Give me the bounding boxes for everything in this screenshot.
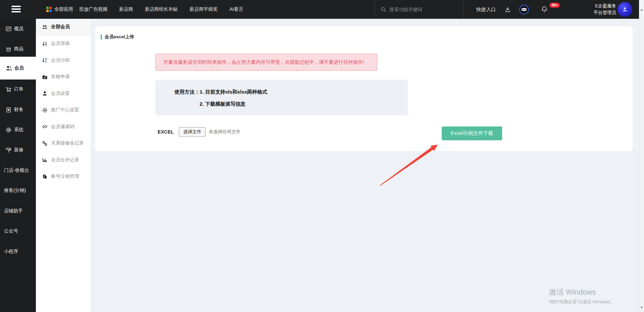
link-icon [42,141,48,146]
choose-file-button[interactable]: 选择文件 [179,127,206,137]
files-icon [42,174,48,179]
members-icon [5,65,12,71]
code-icon [42,124,48,129]
robot-assistant-icon[interactable] [519,0,529,19]
folder-check-icon [42,74,48,80]
quick-entry-button[interactable]: 快捷入口 [476,0,496,19]
sidebar-item-shop-assistant[interactable]: 店铺助手 [0,201,36,221]
nav-item-leader-subsidy[interactable]: 新店商组长补贴 [145,6,178,12]
sidebar-item-official-account[interactable]: 公众号 [0,221,36,241]
sidebar-item-label: 概况 [14,26,23,32]
orders-icon [5,86,12,93]
scrollbar-up-arrow-icon[interactable] [640,9,643,11]
submenu-item-merge-log[interactable]: 会员合并记录 [36,152,91,168]
sidebar-item-label: 小程序 [4,249,18,255]
sidebar-item-label: 店铺助手 [4,208,23,214]
watermark-title: 激活 Windows [549,287,614,297]
section-accent-bar [101,35,102,40]
sidebar-item-mini-program[interactable]: 小程序 [0,242,36,262]
gear-icon [42,107,48,113]
search-box [375,0,464,19]
submenu-item-label: 推广中心设置 [51,107,79,113]
usage-line-1: 使用方法：1. 目前支持xls和xlsx两种格式 [174,89,267,95]
submenu-item-label: 关系链修改记录 [51,140,84,146]
nav-item-peer-award[interactable]: 新店商平级奖 [190,6,218,12]
sidebar-item-label: 订单 [14,86,23,92]
submenu-item-label: 资格申请 [51,74,70,80]
search-icon [381,7,386,12]
nav-item-new-shop[interactable]: 新店商 [119,6,133,12]
usage-line-2: 2. 下载模板填写信息 [200,101,246,107]
account-info[interactable]: E企盈服务 平台管理员 [584,3,616,16]
excel-upload-row: EXCEL 选择文件 未选择任何文件 [158,127,240,137]
sort-alpha-icon: AZ [42,57,48,63]
all-apps-button[interactable]: 全部应用 [46,0,73,19]
system-gear-icon [5,127,12,133]
sidebar-item-label: 推客(分销) [4,188,26,194]
search-input[interactable] [389,7,457,12]
scrollbar-down-arrow-icon[interactable] [640,307,643,309]
windows-activation-watermark: 激活 Windows 转到“电脑设置”以激活 Windows。 [549,287,614,305]
submenu-item-account-cancel[interactable]: 账号注销管理 [36,168,91,185]
notifications-bell-icon[interactable] [541,0,548,19]
sidebar-item-label: 商品 [14,46,23,52]
submenu-item-label: 会员分组 [51,57,70,63]
sidebar-item-overview[interactable]: 概况 [0,19,36,39]
all-apps-label: 全部应用 [54,6,73,12]
section-header: 会员excel上传 [101,34,134,40]
warning-banner: 尽量在服务器空闲时间来操作，会占用大量内存与带宽，在获取过程中，请不要进行任何操… [155,54,377,71]
submenu-item-relation-log[interactable]: 关系链修改记录 [36,135,91,152]
submenu-item-promotion-center[interactable]: 推广中心设置 [36,102,91,119]
paint-roller-icon [5,147,12,153]
sidebar-item-label: 公众号 [4,228,18,234]
account-company: E企盈服务 [584,3,616,9]
sidebar-item-system[interactable]: 系统 [0,120,36,140]
sidebar-item-goods[interactable]: 商品 [0,39,36,59]
nav-item-ad-video[interactable]: 投放广告视频 [79,6,107,12]
nav-item-ai-tongue[interactable]: AI看舌 [229,6,243,12]
submenu-item-label: 全部会员 [51,24,70,30]
submenu-item-qualification[interactable]: 资格申请 [36,69,91,86]
download-icon[interactable] [504,0,511,19]
watermark-subtitle: 转到“电脑设置”以激活 Windows。 [549,299,614,305]
sidebar-item-label: 门店-收银台 [4,167,29,173]
submenu-item-all-members[interactable]: 全部会员 [36,19,91,36]
goods-icon [5,46,12,52]
bar-chart-icon [42,157,48,163]
submenu-item-member-level[interactable]: 会员等级 [36,36,91,52]
hamburger-menu-icon[interactable] [11,6,21,13]
svg-text:Z: Z [45,60,47,63]
page-title: 会员excel上传 [105,34,134,40]
sidebar-item-distribution[interactable]: 推客(分销) [0,180,36,201]
overview-icon [5,26,12,32]
excel-sample-download-button[interactable]: Excel示例文件下载 [442,126,502,140]
sidebar-item-label: 会员 [14,65,24,71]
sidebar-item-store-cashier[interactable]: 门店-收银台 [0,160,36,180]
svg-text:A: A [45,58,47,60]
submenu-item-member-group[interactable]: AZ 会员分组 [36,52,91,69]
avatar-person-icon [622,7,628,12]
main-sidebar: 概况 商品 会员 订单 ¥ 财务 [0,19,36,312]
sidebar-item-members[interactable]: 会员 [0,57,36,80]
submenu-item-invite-code[interactable]: 会员邀请码 [36,118,91,135]
avatar[interactable] [618,2,632,17]
svg-text:¥: ¥ [7,108,10,111]
group-icon [42,24,48,30]
sidebar-item-finance[interactable]: ¥ 财务 [0,100,36,120]
submenu-item-label: 会员设置 [51,91,70,97]
members-submenu: 全部会员 会员等级 AZ 会员分组 资格申请 会员设置 推广中心设置 会员邀请 [36,19,91,312]
member-excel-upload-panel: 会员excel上传 尽量在服务器空闲时间来操作，会占用大量内存与带宽，在获取过程… [95,26,633,151]
sidebar-item-decorate[interactable]: 装修 [0,140,36,160]
submenu-item-label: 会员合并记录 [51,157,79,163]
vertical-scrollbar[interactable] [639,0,644,312]
account-role: 平台管理员 [584,9,616,16]
topbar: 全部应用 投放广告视频 新店商 新店商组长补贴 新店商平级奖 AI看舌 快捷入口 [0,0,644,19]
sidebar-item-label: 装修 [14,147,23,153]
sidebar-item-orders[interactable]: 订单 [0,79,36,99]
submenu-item-member-settings[interactable]: 会员设置 [36,85,91,102]
excel-field-label: EXCEL [158,129,174,135]
apps-grid-icon [46,7,52,12]
submenu-item-label: 会员等级 [51,41,70,47]
submenu-item-label: 会员邀请码 [51,124,74,130]
topbar-nav: 投放广告视频 新店商 新店商组长补贴 新店商平级奖 AI看舌 [79,0,243,19]
